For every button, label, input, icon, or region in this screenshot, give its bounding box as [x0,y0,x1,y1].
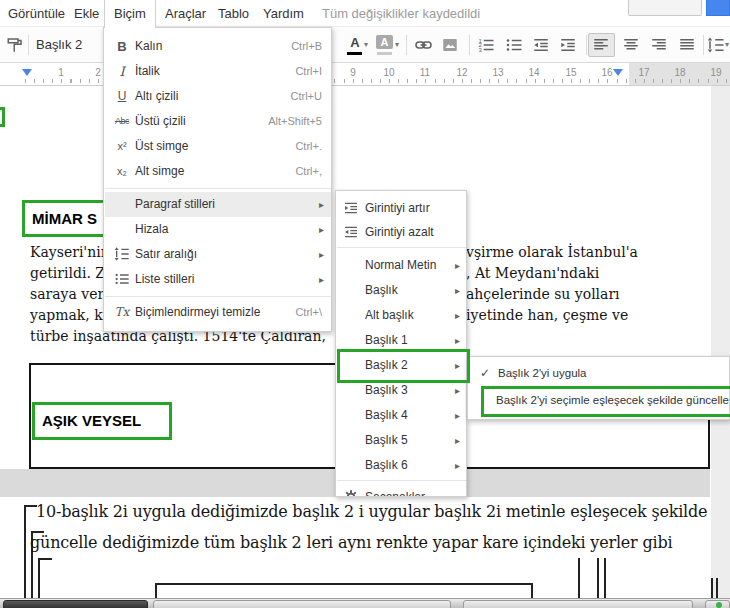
superscript-icon: x² [112,134,132,159]
submenu-arrow-icon: ▸ [455,253,460,278]
bold-icon: B [112,34,132,59]
ruler-number: 13 [491,67,505,78]
ruler-number: 9 [346,67,360,78]
menu-item-superscript[interactable]: x² Üst simge Ctrl+. [105,134,331,159]
bulleted-list-icon[interactable] [505,36,523,54]
text-color-caret-icon[interactable]: ▾ [364,40,368,49]
menu-item-label: Başlık 2'yi uygula [498,360,587,387]
format-menu: B Kalın Ctrl+B I İtalik Ctrl+I U Altı çi… [103,27,332,332]
svg-text:3: 3 [479,47,483,53]
menu-item-label: İtalik [135,59,160,84]
menu-separator [337,247,466,248]
increase-indent-icon[interactable] [559,36,577,54]
line-spacing-icon [112,242,132,267]
taskbar-active-window-button[interactable] [3,600,148,608]
align-justify-icon[interactable] [678,36,696,54]
taskbar-window-button[interactable] [153,600,451,608]
app-window: MİMAR S Kayseri'nin getirildi. Zel saray… [0,0,730,608]
menu-item-strikethrough[interactable]: Abc Üstü çizili Alt+Shift+5 [105,109,331,134]
menu-item-options[interactable]: Seçenekler ▸ [337,485,466,497]
menu-item-label: Liste stilleri [135,267,194,292]
highlight-color-icon[interactable]: A [376,35,393,49]
menu-item-label: Paragraf stilleri [135,192,215,217]
decrease-indent-icon [343,224,360,241]
menu-item-label: Başlık [365,278,398,303]
menu-item-label: Satır aralığı [135,242,197,267]
ruler-number: 1 [54,67,68,78]
submenu-arrow-icon: ▸ [455,428,460,453]
align-left-icon[interactable] [592,36,610,54]
format-painter-icon[interactable] [6,36,24,54]
menu-item-title[interactable]: Başlık ▸ [337,278,466,303]
menu-item-label: Alt başlık [365,303,414,328]
numbered-list-icon[interactable]: 123 [477,36,495,54]
menu-item-label: Girintiyi azalt [365,220,434,245]
menubar-item-goruntule[interactable]: Görüntüle [8,0,65,27]
doc-paragraph-line: Kayseri'nin [30,244,110,260]
menubar-item-yardim[interactable]: Yardım [263,0,304,27]
doc-table-line [711,578,713,598]
toolbar-separator [28,35,29,55]
menu-item-clear-formatting[interactable]: Tx Biçimlendirmeyi temizle Ctrl+\ [105,300,331,328]
menu-item-heading-5[interactable]: Başlık 5 ▸ [337,428,466,453]
taskbar-window-button[interactable] [463,600,693,608]
menu-item-label: Kalın [135,34,162,59]
menu-item-increase-indent[interactable]: Girintiyi artır [337,196,466,221]
align-center-icon[interactable] [622,36,640,54]
menu-item-label: Başlık 5 [365,428,408,453]
share-button[interactable] [706,0,730,16]
menubar-item-tablo[interactable]: Tablo [218,0,249,27]
insert-link-icon[interactable] [413,36,434,54]
menubar-item-ekle[interactable]: Ekle [74,0,99,27]
indent-marker-right[interactable] [613,69,623,76]
indent-marker-left[interactable] [22,69,32,76]
doc-heading-mimar: MİMAR S [32,203,97,234]
submenu-arrow-icon: ▸ [319,242,324,267]
menu-item-bold[interactable]: B Kalın Ctrl+B [105,34,331,59]
menu-item-label: Hizala [135,217,168,242]
menu-separator [105,188,331,189]
highlight-color-caret-icon[interactable]: ▾ [395,40,399,49]
menu-item-apply-heading2[interactable]: ✓ Başlık 2'yi uygula [469,360,730,387]
comments-button[interactable] [628,0,702,16]
ruler-number: 18 [673,67,687,78]
doc-table-line [716,578,718,598]
menu-shortcut: Ctrl+, [295,159,322,184]
menu-item-label: Seçenekler [365,485,425,497]
menu-item-heading-4[interactable]: Başlık 4 ▸ [337,403,466,428]
menu-item-underline[interactable]: U Altı çizili Ctrl+U [105,84,331,109]
annotation-box-heading2 [337,349,470,383]
menu-item-heading-6[interactable]: Başlık 6 ▸ [337,453,466,478]
menu-item-italic[interactable]: I İtalik Ctrl+I [105,59,331,84]
menu-item-label: Üstü çizili [135,109,186,134]
menu-item-label: Başlık 6 [365,453,408,478]
toolbar-separator [703,35,704,55]
menu-item-line-spacing[interactable]: Satır aralığı ▸ [105,242,331,267]
paragraph-styles-submenu: Girintiyi artır Girintiyi azalt Normal M… [335,190,467,497]
menu-item-paragraph-styles[interactable]: Paragraf stilleri ▸ [105,192,331,217]
menu-item-normal-text[interactable]: Normal Metin ▸ [337,253,466,278]
align-right-icon[interactable] [650,36,668,54]
menu-item-subtitle[interactable]: Alt başlık ▸ [337,303,466,328]
decrease-indent-icon[interactable] [532,36,550,54]
menu-item-subscript[interactable]: x₂ Alt simge Ctrl+, [105,159,331,184]
menubar-item-araclar[interactable]: Araçlar [165,0,206,27]
ruler-number: 12 [455,67,469,78]
line-spacing-icon[interactable] [707,36,725,54]
underline-icon: U [112,84,132,109]
paragraph-style-selector[interactable]: Başlık 2 [36,27,82,62]
doc-table-line [597,558,599,598]
menu-separator [337,480,466,481]
ruler-number: 15 [564,67,578,78]
line-spacing-caret-icon[interactable]: ▾ [725,40,729,49]
text-color-icon[interactable]: A [346,35,364,50]
menu-item-align[interactable]: Hizala ▸ [105,217,331,242]
menubar-item-bicim[interactable]: Biçim [104,0,156,28]
ruler-number: 17 [637,67,651,78]
insert-image-icon[interactable] [441,36,459,54]
doc-paragraph-line: , At Meydanı'ndaki [466,265,599,281]
menu-item-label: Girintiyi artır [365,196,430,221]
menu-item-decrease-indent[interactable]: Girintiyi azalt [337,220,466,245]
menu-item-list-styles[interactable]: Liste stilleri ▸ [105,267,331,292]
text-color-bar [347,52,362,55]
